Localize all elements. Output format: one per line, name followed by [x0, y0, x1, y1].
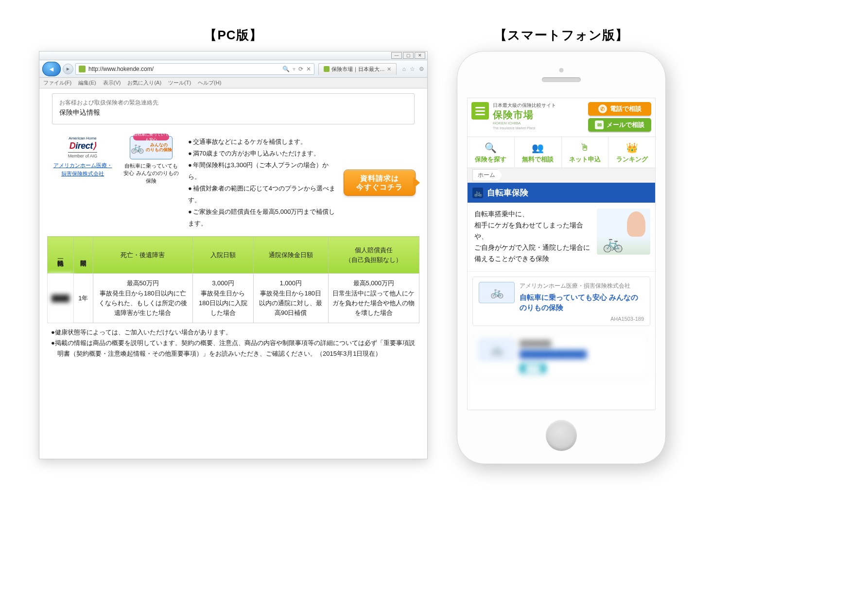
- th-hospital: 入院日額: [192, 237, 253, 274]
- feature-item: 補償対象者の範囲に応じて4つのプランから選べます。: [188, 183, 336, 206]
- phone-speaker-icon: [542, 77, 581, 82]
- window-minimize-button[interactable]: —: [391, 52, 402, 59]
- menu-favorites[interactable]: お気に入り(A): [127, 79, 161, 87]
- nav-label: ランキング: [608, 156, 655, 164]
- product-name: █████████████: [520, 349, 644, 360]
- window-titlebar: — ▢ ✕: [39, 52, 427, 60]
- footnotes: 健康状態等によっては、ご加入いただけない場合があります。 掲載の情報は商品の概要…: [51, 327, 416, 359]
- window-close-button[interactable]: ✕: [415, 52, 425, 59]
- cta-line1: 資料請求は: [360, 174, 399, 183]
- hero-text: 自転車搭乗中に、 相手にケガを負わせてしまった場合や、 ご自身がケガで入院・通院…: [474, 208, 592, 264]
- breadcrumb: ホーム: [468, 168, 655, 183]
- consult-icon: 👥: [515, 142, 561, 154]
- product-company: アメリカンホーム医療・損害保険株式会社: [520, 282, 644, 290]
- hero-block: 自転車搭乗中に、 相手にケガを負わせてしまった場合や、 ご自身がケガで入院・通院…: [468, 203, 655, 272]
- nav-ranking[interactable]: 👑ランキング: [608, 137, 655, 168]
- mail-consult-button[interactable]: ✉ メールで相談: [588, 118, 651, 132]
- favicon-icon: [79, 66, 86, 72]
- feature-item: 年間保険料は3,300円（ご本人プランの場合）から。: [188, 159, 336, 183]
- cell-death: 最高50万円事故発生日から180日以内に亡くなられた、もしくは所定の後遺障害が生…: [93, 274, 192, 323]
- hero-illustration: [597, 208, 650, 255]
- address-bar[interactable]: http://www.hokende.com/ 🔍 ▾ ⟳ ✕: [75, 63, 314, 75]
- mail-consult-label: メールで相談: [607, 121, 644, 129]
- th-death: 死亡・後遺障害: [93, 237, 192, 274]
- nav-apply[interactable]: 🖱ネット申込: [562, 137, 609, 168]
- logo-main: 保険市場: [493, 108, 584, 121]
- feature-item: 満70歳までの方がお申し込みいただけます。: [188, 148, 336, 159]
- browser-window: — ▢ ✕ http://www.hokende.com/ 🔍 ▾: [39, 51, 428, 459]
- home-icon[interactable]: ⌂: [402, 66, 406, 72]
- th-liability: 個人賠償責任 （自己負担額なし）: [328, 237, 419, 274]
- nav-consult[interactable]: 👥無料で相談: [515, 137, 562, 168]
- cell-outpatient: 1,000円事故発生日から180日以内の通院に対し、最高90日補償: [253, 274, 328, 323]
- phone-consult-label: 電話で相談: [610, 105, 642, 113]
- cell-period: 1年: [73, 274, 93, 323]
- nav-search[interactable]: 🔍保険を探す: [468, 137, 515, 168]
- tab-close-icon[interactable]: ✕: [387, 66, 391, 72]
- browser-tab[interactable]: 保険市場｜日本最大級の… ✕: [318, 63, 397, 75]
- phone-screen: 日本最大級の保険比較サイト 保険市場 HOKEN ICHIBA The Insu…: [467, 98, 656, 410]
- product-name: 自転車に乗っていても安心 みんなののりもの保険: [520, 292, 644, 313]
- breadcrumb-home[interactable]: ホーム: [472, 169, 503, 181]
- window-maximize-button[interactable]: ▢: [403, 52, 414, 59]
- logo-tagline: 日本最大級の保険比較サイト: [493, 102, 584, 108]
- reload-icon[interactable]: ⟳: [298, 66, 303, 72]
- stop-icon[interactable]: ✕: [306, 66, 311, 72]
- menu-view[interactable]: 表示(V): [103, 79, 121, 87]
- phone-frame: 日本最大級の保険比較サイト 保険市場 HOKEN ICHIBA The Insu…: [457, 51, 666, 464]
- search-icon[interactable]: 🔍: [282, 66, 290, 72]
- product-code: AHA1503-189: [520, 316, 644, 322]
- hamburger-menu-button[interactable]: [471, 102, 489, 120]
- product-company: ████████: [520, 339, 644, 347]
- product-card-blurred: 🚲 ████████ █████████████ ████: [472, 334, 650, 378]
- menu-file[interactable]: ファイル(F): [43, 79, 71, 87]
- menu-edit[interactable]: 編集(E): [78, 79, 96, 87]
- cell-liability: 最高5,000万円日常生活中に誤って他人にケガを負わせた場合や他人の物を壊した場…: [328, 274, 419, 323]
- settings-icon[interactable]: ⚙: [419, 66, 424, 72]
- main-nav: 🔍保険を探す 👥無料で相談 🖱ネット申込 👑ランキング: [468, 137, 655, 168]
- nav-label: 無料で相談: [515, 156, 561, 164]
- info-box: お客様および取扱保険者の緊急連絡先 保険申込情報: [52, 93, 415, 124]
- search-icon: 🔍: [468, 142, 514, 154]
- apply-icon: 🖱: [562, 142, 608, 154]
- feature-list: 交通事故などによるケガを補償します。 満70歳までの方がお申し込みいただけます。…: [188, 136, 336, 229]
- phone-home-button[interactable]: [546, 420, 577, 451]
- brand-link[interactable]: アメリカンホーム医療・損害保険株式会社: [51, 161, 114, 177]
- bicycle-icon: 🚲: [131, 141, 144, 154]
- logo-sub-en: The Insurance Market Place: [493, 126, 584, 130]
- menu-help[interactable]: ヘルプ(H): [198, 79, 221, 87]
- forward-button[interactable]: [63, 64, 73, 74]
- feature-item: 交通事故などによるケガを補償します。: [188, 136, 336, 148]
- tab-favicon-icon: [324, 66, 330, 72]
- product-card[interactable]: 🚲 アメリカンホーム医療・損害保険株式会社 自転車に乗っていても安心 みんなのの…: [472, 277, 650, 326]
- th-premium: 一時払保険料: [48, 237, 74, 274]
- product-badge-pill: 自転車に乗っていても安心: [133, 134, 169, 140]
- phone-consult-button[interactable]: ✆ 電話で相談: [588, 102, 651, 116]
- footnote-item: 健康状態等によっては、ご加入いただけない場合があります。: [51, 327, 416, 338]
- page-content: お客様および取扱保険者の緊急連絡先 保険申込情報 American Home D…: [39, 88, 427, 363]
- phone-icon: ✆: [598, 104, 607, 113]
- info-box-truncated: お客様および取扱保険者の緊急連絡先: [59, 99, 407, 107]
- nav-label: 保険を探す: [468, 156, 514, 164]
- tab-title: 保険市場｜日本最大級の…: [331, 66, 385, 73]
- product-badge: 自転車に乗っていても安心 🚲 みんなの のりもの保険: [130, 136, 173, 159]
- plan-table: 一時払保険料 保険期間 死亡・後遺障害 入院日額 通院保険金日額 個人賠償責任 …: [47, 236, 419, 323]
- section-title: 🚲 自転車保険: [468, 183, 655, 203]
- phone-camera-icon: [559, 68, 564, 72]
- ranking-icon: 👑: [608, 142, 655, 154]
- bicycle-section-icon: 🚲: [472, 188, 483, 198]
- th-outpatient: 通院保険金日額: [253, 237, 328, 274]
- cta-line2: 今すぐコチラ: [356, 183, 403, 191]
- back-button[interactable]: [42, 62, 61, 76]
- cell-hospital: 3,000円事故発生日から180日以内に入院した場合: [192, 274, 253, 323]
- favorites-icon[interactable]: ☆: [410, 66, 415, 72]
- product-thumb-icon: 🚲: [479, 339, 515, 361]
- url-text: http://www.hokende.com/: [88, 66, 154, 72]
- footnote-item: 掲載の情報は商品の概要を説明しています。契約の概要、注意点、商品の内容や制限事項…: [51, 338, 416, 359]
- nav-label: ネット申込: [562, 156, 608, 164]
- site-logo[interactable]: 日本最大級の保険比較サイト 保険市場 HOKEN ICHIBA The Insu…: [493, 102, 584, 130]
- request-documents-button[interactable]: 資料請求は 今すぐコチラ: [344, 170, 416, 196]
- product-thumb-icon: 🚲: [479, 282, 515, 303]
- menu-tools[interactable]: ツール(T): [168, 79, 191, 87]
- pc-section-label: 【PC版】: [39, 27, 428, 44]
